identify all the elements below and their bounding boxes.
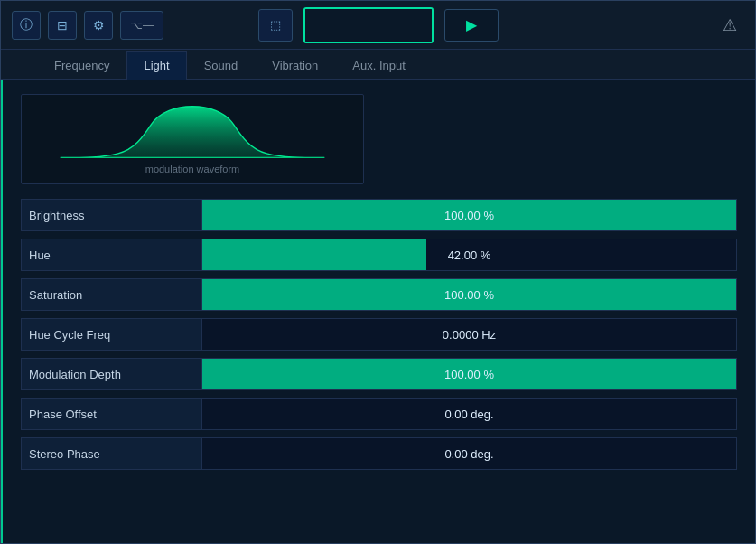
main-content: modulation waveform Brightness100.00 %Hu… [1,80,755,543]
panel-icon: ⊟ [57,18,68,33]
waveform-label: modulation waveform [145,164,240,174]
tabs-bar: Frequency Light Sound Vibration Aux. Inp… [1,50,755,80]
param-row: Brightness100.00 % [21,199,737,231]
play-button[interactable]: ▶ [444,9,499,42]
toolbar-center: ⬚ ▶ [258,7,499,43]
param-value-6: 0.00 deg. [202,447,736,461]
warning-button[interactable]: ⚠ [715,11,744,40]
param-value-4: 100.00 % [202,368,736,381]
center-btn-left[interactable] [305,9,369,42]
param-value-2: 100.00 % [202,288,736,302]
param-row: Stereo Phase0.00 deg. [21,437,737,470]
waveform-display: modulation waveform [21,94,364,184]
key-icon: ⌥— [130,19,154,32]
waveform-svg [39,104,346,162]
param-label-6: Stereo Phase [21,437,201,470]
param-value-0: 100.00 % [202,209,736,222]
param-bar-container-1[interactable]: 42.00 % [201,239,737,271]
tab-frequency[interactable]: Frequency [37,51,126,80]
play-button-wrap: ▶ [444,9,499,42]
screen-button[interactable]: ⬚ [258,9,293,42]
param-bar-container-0[interactable]: 100.00 % [201,199,737,231]
param-bar-container-4[interactable]: 100.00 % [201,358,737,390]
param-value-5: 0.00 deg. [202,408,736,421]
param-row: Hue42.00 % [21,239,737,271]
tab-sound[interactable]: Sound [187,51,256,80]
param-label-4: Modulation Depth [21,358,201,390]
param-bar-container-5[interactable]: 0.00 deg. [201,398,737,430]
settings-button[interactable]: ⚙ [84,11,113,40]
param-bar-container-2[interactable]: 100.00 % [201,278,737,311]
param-row: Saturation100.00 % [21,278,737,311]
center-button-group [303,7,434,43]
param-label-2: Saturation [21,278,201,311]
toolbar: ⓘ ⊟ ⚙ ⌥— ⬚ ▶ [1,1,755,50]
panel-button[interactable]: ⊟ [48,11,77,40]
tab-aux-input[interactable]: Aux. Input [335,51,423,80]
param-row: Phase Offset0.00 deg. [21,398,737,430]
gear-icon: ⚙ [93,18,105,33]
param-label-1: Hue [21,239,201,271]
toolbar-left: ⓘ ⊟ ⚙ ⌥— [12,11,163,40]
param-value-3: 0.0000 Hz [202,328,736,342]
param-label-0: Brightness [21,199,201,231]
center-btn-right[interactable] [369,9,432,42]
key-button[interactable]: ⌥— [120,11,163,40]
screen-icon: ⬚ [270,18,281,32]
play-icon: ▶ [466,16,477,33]
param-value-1: 42.00 % [202,249,736,262]
info-button[interactable]: ⓘ [12,11,41,40]
param-row: Hue Cycle Freq0.0000 Hz [21,318,737,351]
param-label-3: Hue Cycle Freq [21,318,201,351]
tab-vibration[interactable]: Vibration [255,51,335,80]
tab-light[interactable]: Light [126,51,186,80]
params-container: Brightness100.00 %Hue42.00 %Saturation10… [21,199,737,470]
param-bar-container-6[interactable]: 0.00 deg. [201,437,737,470]
toolbar-right: ⚠ [715,11,744,40]
app-container: ⓘ ⊟ ⚙ ⌥— ⬚ ▶ [0,0,756,544]
param-row: Modulation Depth100.00 % [21,358,737,390]
param-label-5: Phase Offset [21,398,201,430]
info-icon: ⓘ [20,17,33,33]
warning-icon: ⚠ [723,15,737,35]
param-bar-container-3[interactable]: 0.0000 Hz [201,318,737,351]
